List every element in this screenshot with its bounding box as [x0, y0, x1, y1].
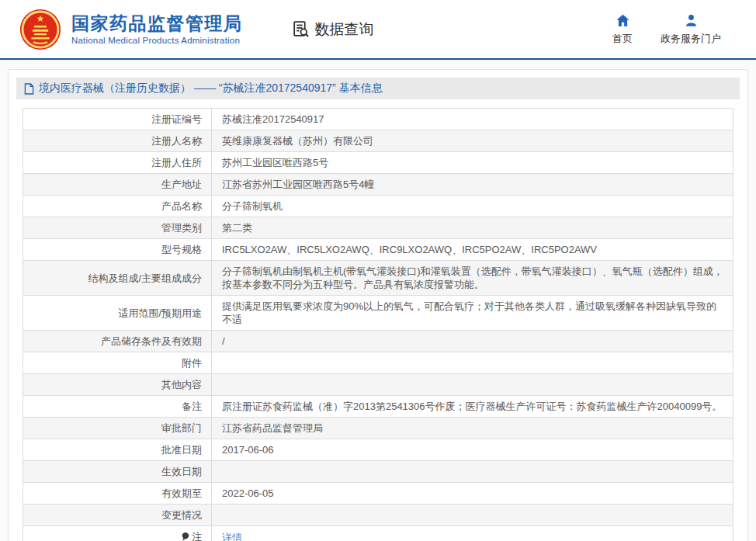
content-panel: 境内医疗器械（注册历史数据） —— “苏械注准20172540917” 基本信息… [8, 69, 748, 541]
row-label-text: 适用范围/预期用途 [118, 307, 202, 319]
row-label: 适用范围/预期用途 [23, 296, 212, 331]
row-label: 注册人名称 [23, 130, 212, 152]
table-row: 产品名称分子筛制氧机 [23, 196, 733, 217]
home-icon [615, 12, 631, 29]
row-label: 型号规格 [23, 239, 212, 261]
row-label-text: 管理类别 [161, 222, 202, 234]
row-label: 注册人住所 [23, 152, 212, 174]
row-label-text: 批准日期 [161, 444, 202, 456]
table-row: 备注原注册证苏食药监械（准）字2013第2541306号作废；医疗器械生产许可证… [23, 396, 733, 418]
table-row: 注册证编号苏械注准20172540917 [23, 109, 733, 130]
breadcrumb: 境内医疗器械（注册历史数据） —— “苏械注准20172540917” 基本信息 [16, 78, 740, 99]
info-table-body: 注册证编号苏械注准20172540917注册人名称英维康康复器械（苏州）有限公司… [23, 109, 733, 541]
row-label-text: 结构及组成/主要组成成分 [88, 272, 202, 284]
row-label: 管理类别 [23, 217, 212, 239]
page-icon [24, 83, 34, 95]
row-value: 江苏省药品监督管理局 [212, 418, 733, 439]
row-label-text: 注册证编号 [151, 113, 202, 125]
row-value: IRC5LXO2AW、IRC5LXO2AWQ、IRC9LXO2AWQ、IRC5P… [212, 239, 733, 261]
row-label: 产品名称 [23, 196, 212, 217]
brand-logo[interactable]: ★ 国家药品监督管理局 National Medical Products Ad… [19, 9, 243, 50]
user-icon [683, 12, 699, 29]
row-value: 英维康康复器械（苏州）有限公司 [212, 130, 733, 152]
brand-title-en: National Medical Products Administration [71, 36, 243, 45]
svg-text:★: ★ [36, 13, 44, 23]
row-label-text: 其他内容 [161, 379, 202, 390]
table-row: 生效日期 [23, 461, 733, 483]
row-label-text: 型号规格 [161, 244, 202, 255]
row-label: 注 [23, 526, 212, 541]
table-row: 其他内容 [23, 374, 733, 396]
nav-portal-label: 政务服务门户 [661, 32, 721, 46]
table-row: 审批部门江苏省药品监督管理局 [23, 418, 733, 439]
row-value: 江苏省苏州工业园区唯西路5号4幢 [212, 174, 733, 196]
row-value [212, 352, 733, 374]
header-divider [0, 58, 756, 60]
row-label-text: 附件 [182, 357, 202, 369]
row-value: 提供满足医用氧要求浓度为90%以上的氧气，可配合氧疗；对于其他各类人群，通过吸氧… [212, 296, 733, 331]
row-label: 注册证编号 [23, 109, 212, 130]
table-row: 产品储存条件及有效期/ [23, 331, 733, 352]
nav-home-label: 首页 [612, 32, 633, 46]
document-search-icon [291, 19, 310, 39]
table-row: 适用范围/预期用途提供满足医用氧要求浓度为90%以上的氧气，可配合氧疗；对于其他… [23, 296, 733, 331]
row-label: 其他内容 [23, 374, 212, 396]
row-value: 2017-06-06 [212, 439, 733, 461]
row-value: 第二类 [212, 217, 733, 239]
row-value: 苏械注准20172540917 [212, 109, 733, 130]
nav-portal[interactable]: 政务服务门户 [661, 12, 721, 46]
table-row: 管理类别第二类 [23, 217, 733, 239]
row-label: 有效期至 [23, 483, 212, 505]
row-label: 产品储存条件及有效期 [23, 331, 212, 352]
row-value: 详情 [212, 526, 733, 541]
row-label: 备注 [23, 396, 212, 418]
table-row: 附件 [23, 352, 733, 374]
row-value [212, 461, 733, 483]
row-value: 分子筛制氧机由制氧机主机(带氧气灌装接口)和灌氧装置（选配件，带氧气灌装接口）、… [212, 261, 733, 296]
table-row: 生产地址江苏省苏州工业园区唯西路5号4幢 [23, 174, 733, 196]
row-label-text: 产品储存条件及有效期 [101, 335, 202, 347]
top-nav: 首页 政务服务门户 [612, 12, 721, 46]
row-value: / [212, 331, 733, 352]
row-value: 原注册证苏食药监械（准）字2013第2541306号作废；医疗器械生产许可证号：… [212, 396, 733, 418]
brand-text: 国家药品监督管理局 National Medical Products Admi… [71, 13, 243, 44]
detail-link[interactable]: 详情 [222, 532, 242, 541]
row-label-text: 生效日期 [161, 466, 202, 477]
table-row: 注册人住所苏州工业园区唯西路5号 [23, 152, 733, 174]
row-label: 审批部门 [23, 418, 212, 439]
info-table: 注册证编号苏械注准20172540917注册人名称英维康康复器械（苏州）有限公司… [23, 108, 733, 541]
row-value [212, 505, 733, 526]
table-row: 批准日期2017-06-06 [23, 439, 733, 461]
note-balloon-icon [181, 532, 189, 541]
table-row: 注详情 [23, 526, 733, 541]
row-label: 附件 [23, 352, 212, 374]
row-value: 分子筛制氧机 [212, 196, 733, 217]
row-label-text: 注册人住所 [151, 157, 202, 168]
row-label: 结构及组成/主要组成成分 [23, 261, 212, 296]
row-label: 批准日期 [23, 439, 212, 461]
row-label-text: 审批部门 [161, 422, 202, 434]
page-title: 境内医疗器械（注册历史数据） —— “苏械注准20172540917” 基本信息 [39, 81, 383, 95]
row-label-text: 有效期至 [161, 487, 202, 499]
row-label-text: 变更情况 [161, 509, 202, 521]
row-label-text: 注 [192, 531, 202, 541]
row-label: 生产地址 [23, 174, 212, 196]
table-row: 型号规格IRC5LXO2AW、IRC5LXO2AWQ、IRC9LXO2AWQ、I… [23, 239, 733, 261]
table-row: 有效期至2022-06-05 [23, 483, 733, 505]
nav-home[interactable]: 首页 [612, 12, 633, 46]
row-value: 2022-06-05 [212, 483, 733, 505]
row-value [212, 374, 733, 396]
row-value: 苏州工业园区唯西路5号 [212, 152, 733, 174]
table-row: 注册人名称英维康康复器械（苏州）有限公司 [23, 130, 733, 152]
table-row: 变更情况 [23, 505, 733, 526]
data-query-label: 数据查询 [315, 19, 374, 40]
row-label: 变更情况 [23, 505, 212, 526]
row-label-text: 备注 [182, 401, 202, 412]
national-emblem-icon: ★ [19, 9, 61, 50]
row-label-text: 生产地址 [161, 179, 202, 190]
row-label-text: 注册人名称 [151, 135, 202, 147]
brand-title-cn: 国家药品监督管理局 [71, 13, 243, 33]
row-label-text: 产品名称 [161, 200, 202, 212]
top-header: ★ 国家药品监督管理局 National Medical Products Ad… [0, 0, 756, 58]
data-query-entry[interactable]: 数据查询 [291, 19, 374, 40]
